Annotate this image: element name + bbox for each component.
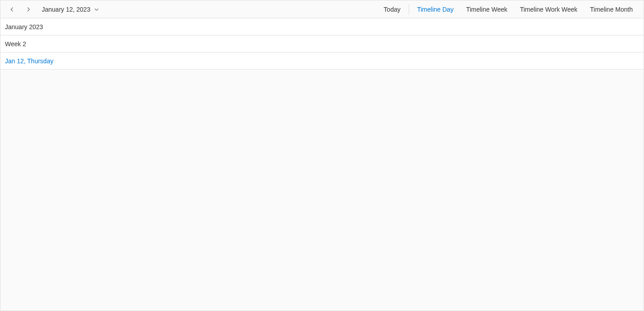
today-button[interactable]: Today bbox=[377, 0, 406, 18]
chevron-down-icon bbox=[94, 7, 99, 12]
chevron-right-icon bbox=[25, 6, 31, 13]
chevron-left-icon bbox=[9, 6, 15, 13]
date-range-label: January 12, 2023 bbox=[42, 6, 90, 13]
view-timeline-work-week-button[interactable]: Timeline Work Week bbox=[514, 0, 584, 18]
toolbar-right: Today Timeline Day Timeline Week Timelin… bbox=[377, 0, 639, 18]
view-timeline-week-button[interactable]: Timeline Week bbox=[460, 0, 514, 18]
view-timeline-day-button[interactable]: Timeline Day bbox=[411, 0, 460, 18]
day-header-label: Jan 12, Thursday bbox=[5, 57, 53, 65]
date-range-picker[interactable]: January 12, 2023 bbox=[37, 2, 104, 17]
next-button[interactable] bbox=[21, 2, 35, 17]
scheduler: January 12, 2023 Today Timeline Day Time… bbox=[0, 0, 644, 311]
view-timeline-month-button[interactable]: Timeline Month bbox=[584, 0, 639, 18]
prev-button[interactable] bbox=[5, 2, 19, 17]
month-header-row: January 2023 bbox=[0, 18, 644, 35]
month-header-label: January 2023 bbox=[5, 23, 43, 31]
day-header-row[interactable]: Jan 12, Thursday bbox=[0, 53, 644, 70]
toolbar: January 12, 2023 Today Timeline Day Time… bbox=[0, 0, 644, 18]
timeline-content-area[interactable] bbox=[0, 70, 644, 311]
toolbar-separator bbox=[409, 4, 409, 15]
toolbar-left: January 12, 2023 bbox=[5, 2, 104, 17]
week-header-label: Week 2 bbox=[5, 40, 26, 48]
week-header-row: Week 2 bbox=[0, 35, 644, 53]
